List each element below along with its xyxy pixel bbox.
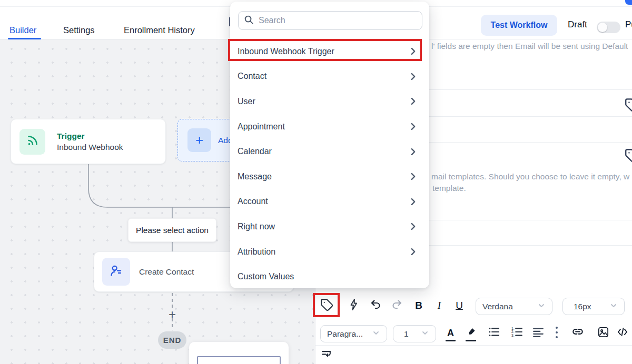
- text-color-underline: [446, 340, 456, 341]
- menu-item-label: Right now: [238, 222, 275, 231]
- webhook-signal-icon: [26, 134, 39, 149]
- menu-item-label: Attribution: [238, 247, 275, 257]
- merge-tag-icon[interactable]: [625, 98, 632, 114]
- menu-item-label: Inbound Webhook Trigger: [238, 47, 334, 56]
- chevron-right-icon: [409, 122, 418, 131]
- panel-note-top: l' fields are empty then Email will be s…: [431, 42, 632, 51]
- menu-item-appointment[interactable]: Appointment: [230, 114, 429, 139]
- redo-button[interactable]: [390, 299, 403, 312]
- menu-item-right-now[interactable]: Right now: [230, 214, 429, 239]
- add-step-plus[interactable]: +: [166, 307, 179, 322]
- tab-enrollment-history-label: Enrollment History: [124, 25, 195, 35]
- trigger-icon-chip: [19, 129, 45, 155]
- trigger-card-title: Trigger: [57, 132, 123, 141]
- test-workflow-button[interactable]: Test Workflow: [481, 15, 557, 36]
- bold-button[interactable]: B: [412, 299, 425, 312]
- menu-item-label: User: [238, 97, 255, 106]
- more-options-button[interactable]: [552, 326, 561, 341]
- highlight-color-button[interactable]: [465, 325, 478, 340]
- highlighter-icon: [466, 326, 477, 339]
- test-workflow-label: Test Workflow: [491, 21, 548, 30]
- menu-item-message[interactable]: Message: [230, 164, 429, 189]
- insert-tag-button[interactable]: [319, 298, 334, 313]
- chevron-down-icon: [421, 329, 429, 339]
- font-size-select[interactable]: 16px: [562, 298, 625, 315]
- chevron-right-icon: [409, 147, 418, 156]
- menu-item-label: Contact: [238, 72, 266, 81]
- chevron-right-icon: [409, 247, 418, 256]
- create-contact-label: Create Contact: [139, 267, 194, 277]
- menu-item-label: Calendar: [238, 147, 272, 156]
- menu-item-user[interactable]: User: [230, 89, 429, 114]
- chevron-right-icon: [409, 97, 418, 106]
- image-icon: [597, 326, 609, 340]
- merge-tag-icon[interactable]: [625, 148, 632, 165]
- font-family-value: Verdana: [482, 302, 513, 311]
- tab-settings-label: Settings: [63, 25, 95, 35]
- trigger-node-card[interactable]: Trigger Inbound Webhook: [11, 119, 166, 164]
- lightning-icon: [348, 298, 360, 313]
- text-color-button[interactable]: A: [444, 325, 457, 341]
- user-plus-icon: [109, 264, 123, 280]
- chevron-down-icon: [537, 301, 546, 312]
- italic-button[interactable]: I: [433, 299, 445, 312]
- action-search[interactable]: [238, 11, 422, 30]
- action-select-dropdown: Inbound Webhook Trigger Contact User App…: [230, 2, 429, 288]
- tab-builder[interactable]: Builder: [9, 21, 36, 39]
- menu-item-inbound-webhook-trigger[interactable]: Inbound Webhook Trigger: [230, 39, 429, 64]
- insert-link-button[interactable]: [570, 326, 585, 340]
- tab-enrollment-history[interactable]: Enrollment History: [124, 21, 195, 39]
- paragraph-style-select[interactable]: Paragra...: [320, 325, 387, 342]
- tab-builder-label: Builder: [9, 25, 36, 35]
- underline-button[interactable]: U: [453, 299, 466, 312]
- menu-item-label: Message: [238, 172, 272, 181]
- numbered-list-button[interactable]: 1. 2. 3.: [510, 326, 524, 340]
- search-icon: [244, 15, 254, 27]
- font-family-select[interactable]: Verdana: [476, 298, 552, 315]
- create-contact-icon-chip: [102, 258, 130, 286]
- font-size-value: 16px: [574, 302, 591, 311]
- link-icon: [571, 325, 585, 341]
- panel-note-mid-line2: template.: [432, 184, 632, 193]
- paragraph-style-value: Paragra...: [327, 329, 363, 339]
- insert-image-button[interactable]: [596, 326, 610, 340]
- chevron-right-icon: [409, 222, 418, 231]
- line-height-select[interactable]: 1: [393, 325, 436, 342]
- svg-text:3.: 3.: [511, 333, 515, 337]
- align-left-button[interactable]: [531, 326, 545, 340]
- highlight-color-underline: [466, 340, 476, 341]
- toolbar-divider: [315, 345, 632, 346]
- redo-icon: [390, 298, 403, 313]
- menu-item-calendar[interactable]: Calendar: [230, 139, 429, 164]
- tab-settings[interactable]: Settings: [63, 21, 95, 39]
- text-wrap-button[interactable]: [319, 348, 333, 361]
- text-color-letter: A: [447, 328, 454, 339]
- menu-item-contact[interactable]: Contact: [230, 64, 429, 89]
- search-input[interactable]: [259, 16, 417, 25]
- publish-toggle[interactable]: [597, 22, 620, 33]
- publish-toggle-knob: [598, 23, 607, 32]
- menu-item-custom-values[interactable]: Custom Values: [230, 264, 429, 289]
- menu-item-attribution[interactable]: Attribution: [230, 239, 429, 265]
- menu-item-label: Account: [238, 197, 268, 206]
- code-view-button[interactable]: [616, 326, 629, 340]
- plus-icon: +: [187, 128, 211, 152]
- chevron-right-icon: [409, 72, 418, 81]
- menu-item-label: Appointment: [238, 122, 285, 132]
- trigger-link-button[interactable]: [347, 299, 361, 312]
- select-action-tooltip: Please select action: [128, 218, 216, 242]
- publish-label-partial: Pu: [625, 19, 632, 30]
- menu-item-account[interactable]: Account: [230, 189, 429, 215]
- end-node-label: END: [163, 336, 182, 345]
- panel-note-mid-line1: mail templates. Should you choose to lea…: [431, 172, 632, 181]
- chevron-down-icon: [609, 301, 618, 312]
- draft-label: Draft: [568, 19, 587, 30]
- align-left-icon: [532, 326, 544, 340]
- undo-button[interactable]: [369, 299, 383, 312]
- line-height-value: 1: [404, 329, 409, 339]
- menu-item-label: Custom Values: [238, 272, 294, 281]
- cropped-blue-button: [625, 0, 632, 5]
- cropped-bottom-card-field: [197, 356, 281, 364]
- bullet-list-button[interactable]: [487, 326, 501, 340]
- text-wrap-icon: [321, 348, 332, 361]
